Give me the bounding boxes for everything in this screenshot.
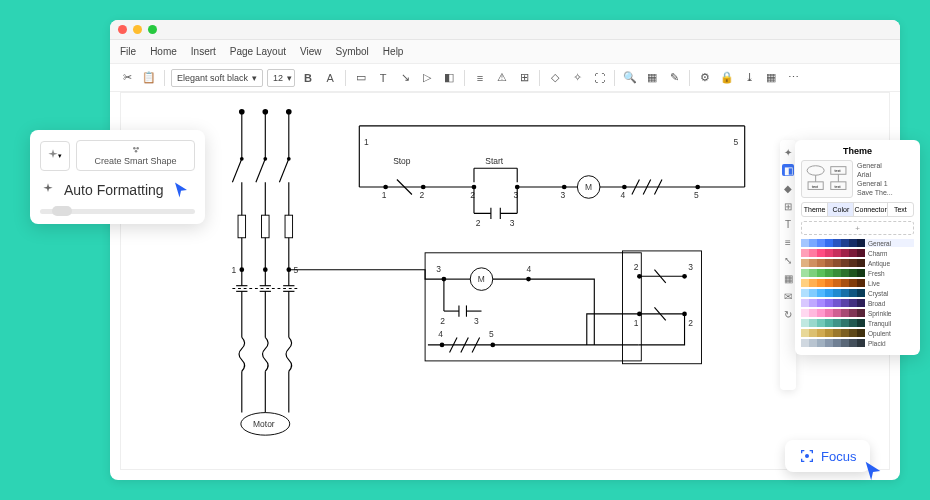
color-swatch[interactable] [857,259,865,267]
search-icon[interactable]: 🔍 [621,69,639,87]
palette-row[interactable]: Placid [801,339,914,347]
color-swatch[interactable] [857,309,865,317]
arrange-icon[interactable]: ≡ [782,236,794,248]
color-swatch[interactable] [801,319,809,327]
history-icon[interactable]: ↻ [782,308,794,320]
palette-row[interactable]: General [801,239,914,247]
color-swatch[interactable] [825,339,833,347]
lock-icon[interactable]: 🔒 [718,69,736,87]
color-swatch[interactable] [841,289,849,297]
color-swatch[interactable] [841,269,849,277]
minimize-button[interactable] [133,25,142,34]
tab-color[interactable]: Color [828,203,854,216]
styles-icon[interactable]: ◧ [782,164,794,176]
color-swatch[interactable] [809,339,817,347]
color-swatch[interactable] [825,299,833,307]
color-swatch[interactable] [857,329,865,337]
canvas[interactable]: .wire{stroke:#000;stroke-width:1.2;fill:… [120,92,890,470]
color-swatch[interactable] [801,269,809,277]
menu-page-layout[interactable]: Page Layout [230,46,286,57]
color-swatch[interactable] [817,239,825,247]
align-icon[interactable]: ≡ [471,69,489,87]
color-swatch[interactable] [809,319,817,327]
menu-symbol[interactable]: Symbol [336,46,369,57]
color-swatch[interactable] [801,309,809,317]
color-swatch[interactable] [809,239,817,247]
color-swatch[interactable] [801,299,809,307]
color-swatch[interactable] [833,339,841,347]
color-swatch[interactable] [809,269,817,277]
color-swatch[interactable] [833,289,841,297]
color-swatch[interactable] [801,239,809,247]
palette-row[interactable]: Crystal [801,289,914,297]
palette-row[interactable]: Tranquil [801,319,914,327]
cut-icon[interactable]: ✂ [118,69,136,87]
color-swatch[interactable] [833,269,841,277]
color-swatch[interactable] [849,309,857,317]
connector-icon[interactable]: ↘ [396,69,414,87]
color-swatch[interactable] [833,239,841,247]
align-icon[interactable]: ⊞ [782,200,794,212]
color-swatch[interactable] [801,279,809,287]
color-swatch[interactable] [833,319,841,327]
color-swatch[interactable] [833,299,841,307]
color-swatch[interactable] [841,259,849,267]
paste-icon[interactable]: 📋 [140,69,158,87]
color-swatch[interactable] [817,329,825,337]
color-swatch[interactable] [841,319,849,327]
color-swatch[interactable] [825,279,833,287]
more-icon[interactable]: ⋯ [784,69,802,87]
color-swatch[interactable] [801,289,809,297]
color-swatch[interactable] [809,329,817,337]
color-swatch[interactable] [849,249,857,257]
color-swatch[interactable] [833,249,841,257]
color-swatch[interactable] [809,279,817,287]
color-swatch[interactable] [833,259,841,267]
color-swatch[interactable] [833,279,841,287]
color-swatch[interactable] [849,269,857,277]
warning-icon[interactable]: ⚠ [493,69,511,87]
create-smart-shape-button[interactable]: Create Smart Shape [76,140,195,171]
focus-button[interactable]: Focus [785,440,870,472]
color-swatch[interactable] [825,269,833,277]
color-swatch[interactable] [857,289,865,297]
color-swatch[interactable] [817,299,825,307]
rectangle-icon[interactable]: ▭ [352,69,370,87]
color-swatch[interactable] [833,309,841,317]
color-swatch[interactable] [849,259,857,267]
menu-file[interactable]: File [120,46,136,57]
color-swatch[interactable] [849,299,857,307]
color-swatch[interactable] [817,279,825,287]
text-icon[interactable]: T [374,69,392,87]
crop-icon[interactable]: ⛶ [590,69,608,87]
slider[interactable] [40,209,195,214]
color-swatch[interactable] [841,299,849,307]
connector-icon[interactable]: ⤡ [782,254,794,266]
color-swatch[interactable] [817,259,825,267]
color-swatch[interactable] [801,259,809,267]
color-swatch[interactable] [833,329,841,337]
tab-text[interactable]: Text [888,203,913,216]
font-family-select[interactable]: Elegant soft black ▾ [171,69,263,87]
color-swatch[interactable] [809,289,817,297]
color-swatch[interactable] [857,239,865,247]
effects-icon[interactable]: ✧ [568,69,586,87]
close-button[interactable] [118,25,127,34]
color-swatch[interactable] [817,289,825,297]
color-swatch[interactable] [809,299,817,307]
menu-home[interactable]: Home [150,46,177,57]
fill-icon[interactable]: ◇ [546,69,564,87]
shapes-icon[interactable]: ✦ [782,146,794,158]
grid-icon[interactable]: ▦ [782,272,794,284]
theme-list-save[interactable]: Save The... [857,189,893,196]
color-swatch[interactable] [857,319,865,327]
palette-row[interactable]: Broad [801,299,914,307]
theme-list-general1[interactable]: General 1 [857,180,893,187]
add-palette-button[interactable]: + [801,221,914,235]
table-icon[interactable]: ▦ [643,69,661,87]
color-swatch[interactable] [825,319,833,327]
color-swatch[interactable] [857,249,865,257]
pen-icon[interactable]: ✎ [665,69,683,87]
color-swatch[interactable] [857,299,865,307]
palette-row[interactable]: Opulent [801,329,914,337]
